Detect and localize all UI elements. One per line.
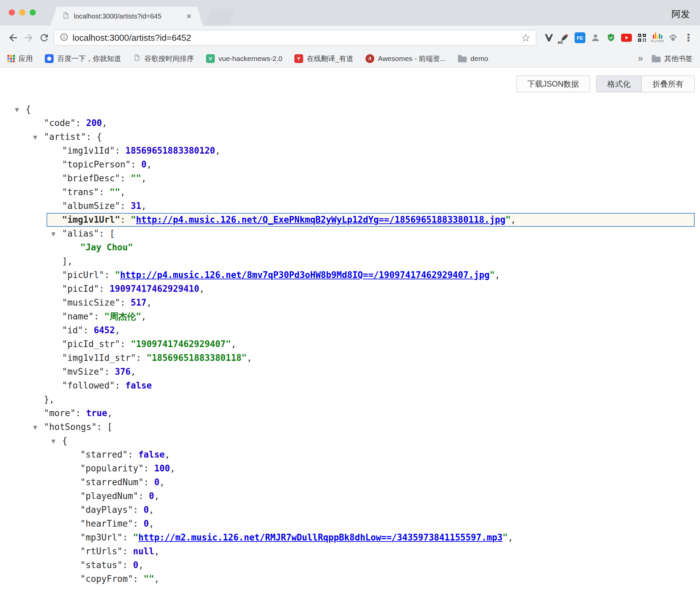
json-line: "mvSize": 376,: [0, 365, 700, 379]
browser-menu-icon[interactable]: ⋮: [682, 31, 695, 44]
json-token: :: [76, 408, 86, 418]
json-line: "mp3Url": "http://m2.music.126.net/RMJR7…: [0, 531, 700, 545]
json-token: "19097417462929407": [131, 339, 231, 349]
json-line: "rtUrls": null,: [0, 545, 700, 558]
json-token: "mp3Url": [80, 532, 122, 542]
back-button[interactable]: [5, 30, 21, 45]
json-token: :: [120, 339, 130, 349]
window-minimize-button[interactable]: [19, 9, 25, 15]
browser-tab[interactable]: localhost:3000/artists?id=645 ×: [51, 7, 203, 26]
json-token: "playedNum": [80, 491, 138, 501]
json-token: "trans": [62, 187, 99, 197]
fe-extension-icon[interactable]: FE: [574, 31, 586, 44]
music-player-extension-icon[interactable]: PLAYER: [651, 31, 664, 44]
format-button[interactable]: 格式化: [596, 76, 641, 92]
json-token: "artist": [44, 132, 86, 142]
forward-button[interactable]: [21, 30, 36, 45]
qrcode-extension-icon[interactable]: [636, 31, 648, 44]
new-tab-button[interactable]: [205, 9, 235, 26]
json-line: "dayPlays": 0,: [0, 503, 700, 517]
json-line: "musicSize": 517,: [0, 296, 700, 310]
json-token: ,: [154, 491, 159, 501]
json-token: :: [131, 159, 141, 169]
shield-extension-icon[interactable]: [605, 31, 617, 44]
json-line: "more": true,: [0, 406, 700, 420]
json-url-link[interactable]: http://m2.music.126.net/RMJR7wDullRqppBk…: [138, 532, 502, 542]
bookmark-awesomes[interactable]: A Awesomes - 前端资...: [366, 54, 446, 63]
json-token: "albumSize": [62, 201, 120, 211]
bookmark-label: 在线翻译_有道: [307, 54, 353, 63]
json-token: 0: [133, 560, 139, 570]
folder-icon: [652, 57, 661, 62]
json-token: 31: [131, 201, 141, 211]
json-token: "popularity": [80, 463, 144, 473]
apps-shortcut[interactable]: 应用: [7, 54, 33, 63]
json-token: ,: [215, 146, 221, 156]
json-line: "code": 200,: [0, 116, 700, 130]
json-token: {: [26, 104, 31, 114]
json-token: ,: [508, 532, 513, 542]
json-url-link[interactable]: http://p4.music.126.net/Q_ExePNkmqB2yWyL…: [136, 215, 505, 225]
json-token: "img1v1Url": [62, 215, 120, 225]
json-line: ▼"alias": [: [0, 227, 700, 241]
collapse-toggle-icon[interactable]: ▼: [33, 421, 37, 434]
youdao-favicon-icon: Y: [294, 54, 303, 63]
json-token: },: [44, 394, 54, 404]
bookmark-vue-hackernews[interactable]: V vue-hackernews-2.0: [206, 54, 282, 63]
json-token: :: [122, 532, 133, 542]
json-token: :: [104, 270, 115, 280]
json-token: "dayPlays": [80, 505, 133, 515]
youdao-translate-extension-icon[interactable]: en: [558, 31, 571, 44]
vimium-extension-icon[interactable]: [543, 31, 555, 44]
collapse-toggle-icon[interactable]: ▼: [51, 434, 55, 448]
json-token: ,: [146, 298, 152, 308]
json-viewer: ▼{"code": 200,▼"artist": {"img1v1Id": 18…: [0, 67, 700, 586]
json-token: ,: [141, 311, 147, 321]
bookmark-baidu[interactable]: 百度一下，你就知道: [45, 54, 121, 63]
awesomes-favicon-icon: A: [366, 54, 374, 63]
collapse-toggle-icon[interactable]: ▼: [15, 103, 19, 117]
bookmark-google-sort[interactable]: 谷歌按时间排序: [133, 54, 194, 63]
other-bookmarks-folder[interactable]: 其他书签: [652, 54, 693, 63]
bookmarks-overflow-icon[interactable]: »: [638, 53, 643, 64]
paw-extension-icon[interactable]: [667, 31, 679, 44]
collapse-toggle-icon[interactable]: ▼: [51, 227, 55, 241]
json-token: :: [144, 463, 154, 473]
json-token: "img1v1Id_str": [62, 353, 136, 363]
window-close-button[interactable]: [9, 9, 15, 15]
youtube-extension-icon[interactable]: [620, 31, 633, 44]
reload-button[interactable]: [36, 30, 52, 45]
json-token: "id": [62, 325, 83, 335]
json-line: "copyFrom": "",: [0, 572, 700, 586]
json-token: "18569651883380118": [146, 353, 246, 363]
json-line: "hearTime": 0,: [0, 517, 700, 531]
json-token: 0: [141, 159, 147, 169]
window-zoom-button[interactable]: [30, 9, 36, 15]
json-token: true: [86, 408, 107, 418]
page-info-icon[interactable]: [60, 33, 68, 43]
json-line: "picId": 19097417462929410,: [0, 282, 700, 296]
collapse-toggle-icon[interactable]: ▼: [33, 130, 37, 144]
json-line: "Jay Chou": [0, 241, 700, 254]
download-json-button[interactable]: 下载JSON数据: [516, 75, 590, 92]
bookmark-youdao-translate[interactable]: Y 在线翻译_有道: [294, 54, 353, 63]
tab-close-icon[interactable]: ×: [186, 12, 192, 21]
profile-name-button[interactable]: 阿发: [672, 8, 690, 20]
json-token: :: [122, 560, 133, 570]
json-line: ▼"hotSongs": [: [0, 420, 700, 434]
json-token: :: [120, 173, 130, 183]
json-url-link[interactable]: http://p4.music.126.net/8mv7qP30Pd3oHW8b…: [120, 270, 490, 280]
profile-extension-icon[interactable]: [589, 31, 602, 44]
bookmark-star-icon[interactable]: ☆: [521, 33, 530, 43]
json-token: :: [99, 284, 110, 294]
window-controls: [9, 9, 36, 15]
json-token: ,: [120, 187, 125, 197]
address-bar[interactable]: localhost:3000/artists?id=6452 ☆: [54, 30, 536, 45]
json-token: :: [120, 215, 130, 225]
bookmark-folder-demo[interactable]: demo: [458, 55, 488, 63]
collapse-all-button[interactable]: 折叠所有: [641, 76, 694, 92]
json-token: ,: [159, 477, 165, 487]
json-token: :: [83, 325, 94, 335]
json-token: ,: [115, 325, 120, 335]
json-token: : {: [86, 132, 102, 142]
